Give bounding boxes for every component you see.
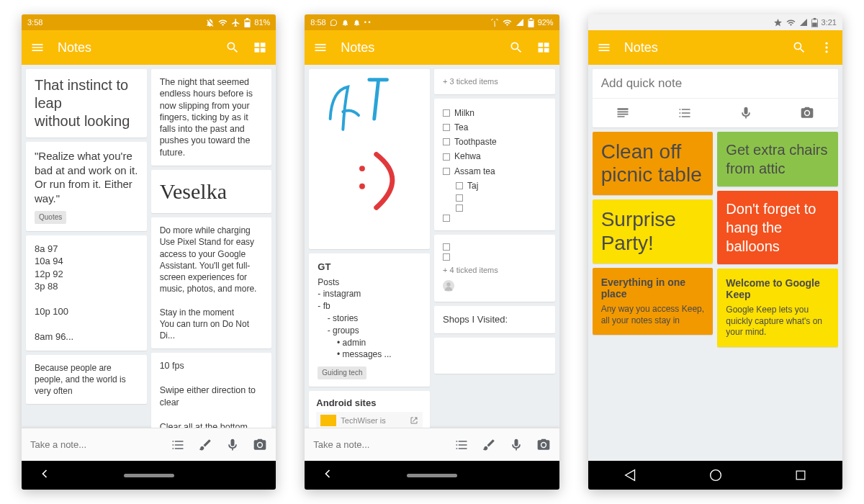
note-card[interactable] <box>434 338 555 374</box>
status-battery: 81% <box>254 18 270 27</box>
note-card[interactable]: That instinct to leap without looking <box>26 69 147 138</box>
brush-icon <box>482 438 496 452</box>
note-card[interactable]: Do more while charging Use Pixel Stand f… <box>151 217 272 348</box>
app-bar: Notes <box>588 30 842 65</box>
note-card[interactable]: 8a 97 10a 94 12p 92 3p 88 10p 100 8am 96… <box>26 235 147 351</box>
signal-icon <box>516 18 524 27</box>
note-card[interactable]: Veselka <box>151 170 272 214</box>
view-toggle-button[interactable] <box>253 40 267 55</box>
camera-icon <box>536 438 551 452</box>
note-card[interactable]: Get extra chairs from attic <box>717 132 838 186</box>
note-card[interactable]: Shops I Visited: <box>434 306 555 333</box>
menu-button[interactable] <box>597 40 611 55</box>
note-tag: Guiding tech <box>318 366 366 379</box>
note-card-checklist[interactable]: + 4 ticked items <box>434 235 555 302</box>
svg-rect-6 <box>261 48 266 53</box>
open-link-icon[interactable] <box>410 416 418 425</box>
checklist-item[interactable]: Assam tea <box>443 164 546 179</box>
note-card-checklist[interactable]: Milkn Tea Toothpaste Kehwa Assam tea Taj <box>434 99 555 230</box>
mic-icon <box>509 438 523 452</box>
checklist-item[interactable]: Kehwa <box>443 149 546 163</box>
checklist-item[interactable] <box>443 193 546 203</box>
checklist-item[interactable] <box>443 203 546 213</box>
search-button[interactable] <box>225 40 240 55</box>
svg-point-23 <box>825 50 827 53</box>
status-bar: 3:58 81% <box>22 14 276 30</box>
quick-note-box <box>593 69 838 127</box>
dnd-off-icon <box>205 18 215 27</box>
note-card[interactable]: 10 fps Swipe either direction to clear C… <box>151 353 272 428</box>
appbar-title: Notes <box>58 40 212 55</box>
new-photo-button[interactable] <box>536 438 551 452</box>
checklist-item[interactable]: Milkn <box>443 106 546 120</box>
appbar-title: Notes <box>341 40 495 55</box>
new-drawing-button[interactable] <box>198 438 212 452</box>
battery-icon <box>811 18 818 27</box>
menu-button[interactable] <box>30 40 45 55</box>
note-card[interactable]: Android sites TechWiser is <box>309 391 430 428</box>
list-icon <box>454 438 469 452</box>
svg-rect-12 <box>538 48 543 53</box>
note-card-checklist[interactable]: + 3 ticked items <box>434 69 555 94</box>
note-card[interactable]: Don't forget to hang the balloons <box>717 191 838 264</box>
new-list-button[interactable] <box>454 438 469 452</box>
back-icon[interactable] <box>37 467 52 481</box>
system-nav-bar[interactable] <box>588 461 842 490</box>
whatsapp-icon <box>330 19 338 27</box>
new-photo-button[interactable] <box>777 99 838 127</box>
text-note-icon <box>616 106 630 120</box>
system-nav-bar[interactable] <box>22 461 276 490</box>
overflow-button[interactable] <box>819 40 834 55</box>
search-icon <box>225 40 240 55</box>
checklist-item[interactable]: Toothpaste <box>443 135 546 149</box>
home-pill[interactable] <box>407 474 457 477</box>
note-title: Android sites <box>316 397 423 410</box>
new-list-button[interactable] <box>654 99 715 127</box>
phone-screenshot-1: 3:58 81% Notes That instinct to leap wit… <box>22 14 276 490</box>
system-nav-bar[interactable] <box>305 461 559 490</box>
note-card-drawing[interactable] <box>309 69 430 249</box>
new-photo-button[interactable] <box>253 438 267 452</box>
search-button[interactable] <box>509 40 523 55</box>
new-text-button[interactable] <box>593 99 654 127</box>
back-icon[interactable] <box>320 467 335 481</box>
new-audio-button[interactable] <box>715 99 776 127</box>
note-card[interactable]: GT Posts - instagram - fb - stories - gr… <box>309 253 430 387</box>
checklist-item[interactable] <box>443 242 546 252</box>
note-card[interactable]: Clean off picnic table <box>593 132 714 195</box>
new-audio-button[interactable] <box>225 438 240 452</box>
menu-button[interactable] <box>313 40 328 55</box>
note-card[interactable]: Surprise Party! <box>593 199 714 263</box>
home-pill[interactable] <box>124 474 174 477</box>
checklist-item[interactable]: Tea <box>443 120 546 135</box>
back-icon[interactable] <box>623 467 639 483</box>
note-card[interactable]: The night that seemed endless hours befo… <box>151 69 272 166</box>
checklist-item[interactable] <box>443 213 546 223</box>
notes-grid[interactable]: Clean off picnic table Surprise Party! E… <box>588 132 842 461</box>
battery-icon <box>244 18 251 27</box>
note-card[interactable]: Because people are people, and the world… <box>26 355 147 405</box>
recents-icon[interactable] <box>793 468 808 482</box>
quick-note-input[interactable] <box>593 69 838 98</box>
new-drawing-button[interactable] <box>482 438 496 452</box>
notes-grid[interactable]: That instinct to leap without looking "R… <box>22 65 276 428</box>
note-card[interactable]: "Realize what you're bad at and work on … <box>26 142 147 231</box>
status-time: 8:58 <box>310 18 325 27</box>
checklist-item[interactable]: Taj <box>443 179 546 193</box>
new-audio-button[interactable] <box>509 438 523 452</box>
take-note-input[interactable] <box>313 439 441 450</box>
checklist-item[interactable] <box>443 252 546 262</box>
wifi-icon <box>786 18 796 27</box>
svg-rect-11 <box>544 42 549 47</box>
view-toggle-button[interactable] <box>536 40 551 55</box>
new-list-button[interactable] <box>171 438 185 452</box>
notes-grid[interactable]: GT Posts - instagram - fb - stories - gr… <box>305 65 559 428</box>
app-bar: Notes <box>22 30 276 65</box>
take-note-input[interactable] <box>30 439 158 450</box>
appbar-title: Notes <box>624 40 779 55</box>
search-button[interactable] <box>792 40 806 55</box>
note-card[interactable]: Everything in one place Any way you acce… <box>593 268 714 335</box>
note-card[interactable]: Welcome to Google Keep Google Keep lets … <box>717 269 838 347</box>
home-icon[interactable] <box>708 467 724 483</box>
hamburger-icon <box>30 40 45 55</box>
